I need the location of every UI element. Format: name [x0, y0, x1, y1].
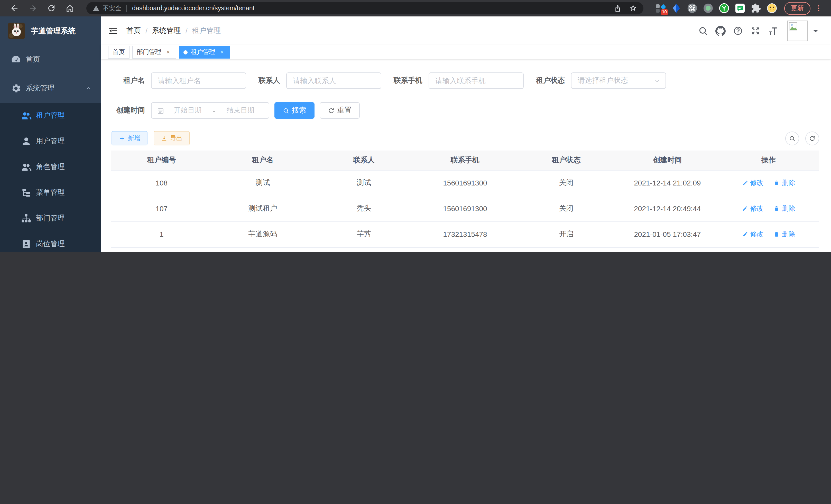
- app-shell: 芋道管理系统 首页 系统管理 租户管理 用户管理: [0, 17, 831, 252]
- edit-link[interactable]: 修改: [742, 178, 764, 187]
- id-badge-icon: [21, 238, 32, 250]
- header-search-icon[interactable]: [698, 26, 708, 36]
- edit-pencil-icon: [742, 206, 748, 212]
- sidebar-item-home[interactable]: 首页: [0, 45, 101, 74]
- bookmark-star-icon[interactable]: [629, 4, 637, 12]
- browser-update-button[interactable]: 更新: [784, 2, 810, 14]
- page-content: 租户名 联系人 联系手机 租户状态 请选择租户状态: [101, 59, 831, 252]
- tenant-table: 租户编号 租户名 联系人 联系手机 租户状态 创建时间 操作 108 测试: [111, 151, 819, 247]
- logo-rabbit-image: [8, 23, 25, 39]
- tab-tenant[interactable]: 租户管理 ×: [179, 46, 230, 59]
- trash-icon: [774, 180, 780, 186]
- browser-reload-icon[interactable]: [47, 4, 56, 13]
- help-icon[interactable]: [733, 26, 743, 36]
- status-select[interactable]: 请选择租户状态: [571, 72, 666, 89]
- edit-link[interactable]: 修改: [742, 204, 764, 213]
- edit-pencil-icon: [742, 180, 748, 186]
- date-start-placeholder: 开始日期: [165, 106, 211, 115]
- create-time-label: 创建时间: [111, 106, 145, 115]
- filter-create-time: 创建时间 开始日期 - 结束日期: [111, 102, 269, 119]
- browser-forward-icon[interactable]: [28, 4, 37, 13]
- sidebar-toggle-icon[interactable]: [108, 26, 118, 36]
- contact-input[interactable]: [286, 72, 381, 89]
- filter-status: 租户状态 请选择租户状态: [536, 72, 666, 89]
- extension-kite-icon[interactable]: [671, 3, 682, 13]
- tags-bar: 首页 部门管理 × 租户管理 ×: [101, 45, 831, 59]
- col-tenant-name: 租户名: [212, 151, 314, 170]
- export-button[interactable]: 导出: [154, 131, 190, 145]
- fullscreen-icon[interactable]: [750, 26, 761, 36]
- table-header-row: 租户编号 租户名 联系人 联系手机 租户状态 创建时间 操作: [111, 151, 819, 170]
- close-icon[interactable]: ×: [165, 49, 172, 56]
- extension-y-icon[interactable]: [719, 3, 729, 13]
- font-size-icon[interactable]: [768, 26, 778, 36]
- address-bar[interactable]: 不安全 dashboard.yudao.iocoder.cn/system/te…: [86, 2, 643, 14]
- sidebar-item-post[interactable]: 岗位管理: [0, 231, 101, 252]
- extensions-puzzle-icon[interactable]: [751, 3, 761, 13]
- delete-link[interactable]: 删除: [774, 178, 795, 187]
- refresh-table-button[interactable]: [805, 131, 819, 145]
- github-icon[interactable]: [715, 26, 726, 36]
- status-value: 关闭: [516, 196, 617, 221]
- date-end-placeholder: 结束日期: [218, 106, 264, 115]
- sidebar-item-menu[interactable]: 菜单管理: [0, 180, 101, 206]
- profile-emoji-icon[interactable]: [767, 3, 777, 13]
- contact-label: 联系人: [258, 76, 280, 85]
- browser-home-icon[interactable]: [65, 4, 75, 13]
- edit-link[interactable]: 修改: [742, 230, 764, 239]
- main-area: 首页 / 系统管理 / 租户管理: [101, 17, 831, 252]
- extension-chat-icon[interactable]: [735, 3, 745, 13]
- breadcrumb-home[interactable]: 首页: [126, 26, 141, 35]
- roles-icon: [21, 161, 32, 173]
- tenant-name-input[interactable]: [151, 72, 246, 89]
- tab-dept[interactable]: 部门管理 ×: [132, 46, 176, 59]
- app-logo[interactable]: 芋道管理系统: [0, 17, 101, 45]
- trash-icon: [774, 206, 780, 212]
- extension-tabs-icon[interactable]: 10: [655, 3, 665, 13]
- status-value: 关闭: [516, 170, 617, 196]
- menu-tree-icon: [21, 187, 32, 198]
- sidebar-item-role[interactable]: 角色管理: [0, 154, 101, 180]
- search-icon: [283, 107, 289, 114]
- sidebar-item-system[interactable]: 系统管理: [0, 74, 101, 103]
- delete-link[interactable]: 删除: [774, 230, 795, 239]
- toggle-search-button[interactable]: [785, 131, 799, 145]
- search-button[interactable]: 搜索: [275, 102, 315, 119]
- refresh-icon: [328, 107, 335, 114]
- table-toolbar: 新增 导出: [111, 131, 819, 145]
- security-warning-icon[interactable]: [92, 5, 100, 12]
- breadcrumb-system[interactable]: 系统管理: [152, 26, 181, 35]
- browser-menu-icon[interactable]: [814, 4, 823, 12]
- app-title: 芋道管理系统: [31, 26, 76, 36]
- filter-row-1: 租户名 联系人 联系手机 租户状态 请选择租户状态: [111, 72, 819, 89]
- plus-icon: [119, 135, 125, 142]
- sidebar-item-user[interactable]: 用户管理: [0, 128, 101, 154]
- table-row: 107 测试租户 秃头 15601691300 关闭 2021-12-14 20…: [111, 196, 819, 221]
- refresh-icon: [809, 135, 815, 142]
- delete-link[interactable]: 删除: [774, 204, 795, 213]
- share-icon[interactable]: [613, 4, 622, 12]
- close-icon[interactable]: ×: [219, 49, 226, 56]
- filter-contact: 联系人: [258, 72, 381, 89]
- sidebar-item-dept[interactable]: 部门管理: [0, 206, 101, 231]
- browser-back-icon[interactable]: [10, 4, 19, 13]
- sidebar-item-tenant[interactable]: 租户管理: [0, 103, 101, 128]
- table-row: 108 测试 测试 15601691300 关闭 2021-12-14 21:0…: [111, 170, 819, 196]
- download-icon: [161, 135, 168, 142]
- browser-toolbar: 不安全 dashboard.yudao.iocoder.cn/system/te…: [0, 0, 831, 17]
- edit-pencil-icon: [742, 231, 748, 237]
- status-label: 租户状态: [536, 76, 565, 85]
- avatar[interactable]: [787, 21, 808, 41]
- tenant-users-icon: [21, 110, 32, 121]
- trash-icon: [774, 231, 780, 237]
- avatar-dropdown-caret-icon[interactable]: [813, 30, 818, 35]
- date-range-picker[interactable]: 开始日期 - 结束日期: [151, 102, 269, 119]
- extension-command-icon[interactable]: [687, 3, 697, 13]
- extension-record-icon[interactable]: [703, 3, 713, 13]
- reset-button[interactable]: 重置: [320, 102, 360, 119]
- tab-home[interactable]: 首页: [108, 46, 130, 59]
- filter-row-2: 创建时间 开始日期 - 结束日期 搜索 重置: [111, 102, 819, 119]
- add-button[interactable]: 新增: [112, 131, 147, 145]
- filter-tenant-name: 租户名: [111, 72, 246, 89]
- phone-input[interactable]: [429, 72, 524, 89]
